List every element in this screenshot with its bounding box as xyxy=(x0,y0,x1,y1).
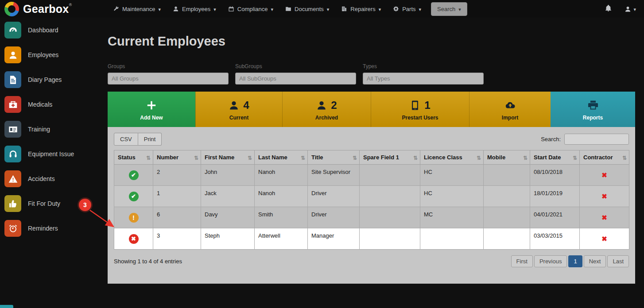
sort-icon xyxy=(301,154,305,161)
folder-icon xyxy=(285,6,291,12)
sidebar-item-diary-pages[interactable]: Diary Pages xyxy=(0,67,108,92)
add-new-button[interactable]: Add New xyxy=(108,92,195,127)
menu-label: Compliance xyxy=(237,6,268,12)
table-row[interactable]: 2 John Nanoh Site Supervisor HC 08/10/20… xyxy=(114,165,629,186)
pagination-first[interactable]: First xyxy=(511,255,533,267)
user-icon xyxy=(316,100,327,111)
status-check-icon xyxy=(129,192,139,201)
menu-employees[interactable]: Employees xyxy=(173,6,216,12)
sidebar-item-label: Reminders xyxy=(28,225,58,232)
sidebar-item-label: Dashboard xyxy=(28,27,58,34)
table-row[interactable]: 6 Davy Smith Driver MC 04/01/2021 ✖ xyxy=(114,207,629,228)
sort-icon xyxy=(523,154,528,161)
menu-label: Employees xyxy=(182,6,210,12)
menu-parts[interactable]: Parts xyxy=(393,6,421,12)
column-label: Licence Class xyxy=(424,154,462,161)
medical-bag-icon xyxy=(4,96,21,113)
search-dropdown-button[interactable]: Search xyxy=(431,2,467,16)
column-header-contractor[interactable]: Contractor xyxy=(580,150,629,165)
action-bar: Add New 4 Current 2 Archived 1 Prestart … xyxy=(108,92,635,127)
cell-licence-class: HC xyxy=(420,186,484,207)
menu-label: Parts xyxy=(402,6,415,12)
cell-first-name: Jack xyxy=(201,186,255,207)
tab-current[interactable]: 4 Current xyxy=(195,92,282,127)
filter-label: Groups xyxy=(108,63,229,69)
menu-maintenance[interactable]: Maintenance xyxy=(113,6,161,12)
sidebar-item-training[interactable]: Training xyxy=(0,117,108,142)
column-header-spare-field-1[interactable]: Spare Field 1 xyxy=(360,150,420,165)
import-button[interactable]: Import xyxy=(469,92,551,127)
menu-repairers[interactable]: Repairers xyxy=(341,6,381,12)
cell-licence-class: MC xyxy=(420,207,484,228)
employees-table: Status Number First Name Last Name Title… xyxy=(114,150,629,250)
sidebar-item-label: Medicals xyxy=(28,101,52,108)
cell-first-name: John xyxy=(201,165,255,186)
column-header-first-name[interactable]: First Name xyxy=(201,150,255,165)
column-label: Contractor xyxy=(583,154,613,161)
brand-logo[interactable]: Gearbox® xyxy=(4,2,108,16)
sidebar-item-accidents[interactable]: Accidents xyxy=(0,166,108,191)
sidebar-item-reminders[interactable]: Reminders xyxy=(0,216,108,241)
pagination-page-1[interactable]: 1 xyxy=(568,255,582,267)
cell-mobile xyxy=(484,186,530,207)
column-header-start-date[interactable]: Start Date xyxy=(530,150,580,165)
menu-documents[interactable]: Documents xyxy=(285,6,329,12)
column-label: Title xyxy=(311,154,323,161)
cell-title: Manager xyxy=(308,228,360,250)
sidebar-item-label: Equipment Issue xyxy=(28,150,74,158)
cell-mobile xyxy=(484,228,530,250)
table-row[interactable]: 1 Jack Nanoh Driver HC 18/01/2019 ✖ xyxy=(114,186,629,207)
search-button-label: Search xyxy=(437,6,455,12)
pagination-previous[interactable]: Previous xyxy=(534,255,567,267)
cell-number: 1 xyxy=(153,186,201,207)
cell-start-date: 08/10/2018 xyxy=(530,165,580,186)
subgroups-select[interactable] xyxy=(235,73,356,85)
column-header-last-name[interactable]: Last Name xyxy=(255,150,308,165)
pagination-next[interactable]: Next xyxy=(584,255,606,267)
cell-spare-field-1 xyxy=(360,207,420,228)
column-header-number[interactable]: Number xyxy=(153,150,201,165)
notifications-bell-icon[interactable] xyxy=(605,4,612,14)
table-search-input[interactable] xyxy=(564,134,629,145)
warning-icon xyxy=(4,170,21,187)
prestart-label: Prestart Users xyxy=(402,115,438,121)
contractor-cross-icon: ✖ xyxy=(580,165,629,186)
menu-label: Documents xyxy=(295,6,324,12)
chevron-down-icon xyxy=(327,6,330,12)
groups-select[interactable] xyxy=(108,73,229,85)
types-select[interactable] xyxy=(363,73,484,85)
sidebar: Dashboard Employees Diary Pages Medicals… xyxy=(0,18,108,308)
column-header-title[interactable]: Title xyxy=(308,150,360,165)
print-button[interactable]: Print xyxy=(138,133,162,146)
sidebar-item-fit-for-duty[interactable]: Fit For Duty xyxy=(0,191,108,216)
sidebar-item-medicals[interactable]: Medicals xyxy=(0,92,108,117)
user-account-menu[interactable] xyxy=(625,5,636,13)
filter-types: Types xyxy=(363,63,484,85)
sort-icon xyxy=(573,154,577,161)
cell-title: Site Supervisor xyxy=(308,165,360,186)
contractor-cross-icon: ✖ xyxy=(580,228,629,250)
menu-compliance[interactable]: Compliance xyxy=(228,6,273,12)
tab-prestart-users[interactable]: 1 Prestart Users xyxy=(371,92,469,127)
cell-first-name: Steph xyxy=(201,228,255,250)
cell-number: 2 xyxy=(153,165,201,186)
tab-archived[interactable]: 2 Archived xyxy=(282,92,371,127)
status-warning-icon xyxy=(129,213,139,223)
column-header-licence-class[interactable]: Licence Class xyxy=(420,150,484,165)
cell-start-date: 04/01/2021 xyxy=(530,207,580,228)
sidebar-item-equipment-issue[interactable]: Equipment Issue xyxy=(0,142,108,166)
column-header-status[interactable]: Status xyxy=(114,150,153,165)
search-label: Search: xyxy=(541,136,561,142)
sidebar-item-dashboard[interactable]: Dashboard xyxy=(0,18,108,42)
column-label: First Name xyxy=(205,154,234,161)
cell-number: 3 xyxy=(153,228,201,250)
cell-spare-field-1 xyxy=(360,165,420,186)
table-row-highlighted[interactable]: 3 Steph Atterwell Manager 03/03/2015 ✖ xyxy=(114,228,629,250)
building-icon xyxy=(341,6,347,12)
pagination-last[interactable]: Last xyxy=(607,255,629,267)
sidebar-item-employees[interactable]: Employees xyxy=(0,42,108,67)
sort-icon xyxy=(477,154,481,161)
column-header-mobile[interactable]: Mobile xyxy=(484,150,530,165)
csv-button[interactable]: CSV xyxy=(114,133,138,146)
reports-button[interactable]: Reports xyxy=(551,92,635,127)
